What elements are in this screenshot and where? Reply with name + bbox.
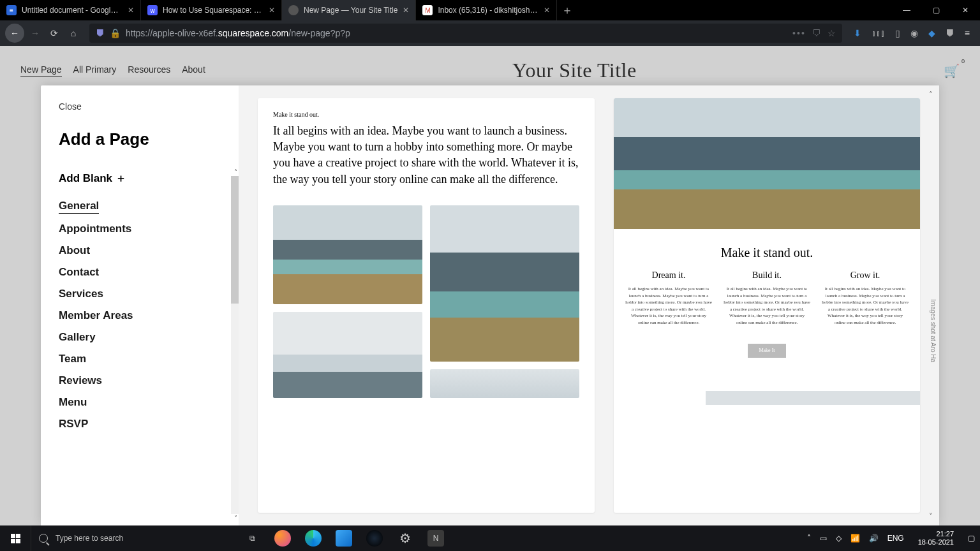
category-list: GeneralAppointmentsAboutContactServicesM… <box>59 200 221 430</box>
close-icon[interactable]: ✕ <box>128 6 134 15</box>
extension-shield-icon[interactable]: ⛊ <box>946 28 954 38</box>
lock-icon: 🔒 <box>110 28 121 38</box>
browser-toolbar: ← → ⟳ ⌂ ⛊ 🔒 https://apple-olive-x6ef.squ… <box>0 20 980 46</box>
template-columns: Dream it. It all begins with an idea. Ma… <box>614 270 920 326</box>
category-appointments[interactable]: Appointments <box>59 223 221 235</box>
browser-tabs: ≡ Untitled document - Google Docs ✕ w Ho… <box>0 0 892 20</box>
column-text: It all begins with an idea. Maybe you wa… <box>625 286 712 326</box>
nav-link[interactable]: Resources <box>128 64 170 77</box>
taskbar-search[interactable]: Type here to search <box>31 525 230 551</box>
chevron-down-icon[interactable]: ˅ <box>234 515 237 522</box>
nav-link[interactable]: New Page <box>20 64 62 77</box>
tab-title: How to Use Squarespace: 11 Ea <box>163 6 264 15</box>
date: 18-05-2021 <box>918 538 954 547</box>
language-indicator[interactable]: ENG <box>887 534 904 543</box>
protection-icon[interactable]: ⛉ <box>812 28 821 38</box>
chevron-up-icon[interactable]: ˄ <box>929 91 933 99</box>
tab-squarespace-guide[interactable]: w How to Use Squarespace: 11 Ea ✕ <box>141 0 282 20</box>
cart-icon[interactable]: 🛒0 <box>944 63 960 78</box>
site-icon <box>288 5 299 15</box>
sidebar-icon[interactable]: ▯ <box>895 28 900 38</box>
close-icon[interactable]: ✕ <box>544 6 550 15</box>
category-services[interactable]: Services <box>59 288 221 300</box>
tab-title: Inbox (65,316) - dikshitjoshi@g <box>438 6 538 15</box>
firefox-app[interactable] <box>267 525 298 551</box>
system-tray: ˄ ▭ ◇ 📶 🔊 ENG 21:27 18-05-2021 ▢ <box>802 530 980 547</box>
image-credit: Images shot at Aro Ha <box>930 299 937 362</box>
category-rsvp[interactable]: RSVP <box>59 418 221 430</box>
shield-icon: ⛊ <box>96 28 105 38</box>
address-bar[interactable]: ⛊ 🔒 https://apple-olive-x6ef.squarespace… <box>89 24 842 43</box>
account-icon[interactable]: ◉ <box>910 28 918 38</box>
url-prefix: https://apple-olive-x6ef. <box>126 28 218 38</box>
app-icon[interactable] <box>329 525 359 551</box>
page-content: New Page All Primary Resources About You… <box>0 46 980 525</box>
extension-icon[interactable]: ◆ <box>928 28 935 38</box>
category-reviews[interactable]: Reviews <box>59 374 221 387</box>
modal-title: Add a Page <box>59 129 221 149</box>
start-button[interactable] <box>0 534 31 543</box>
template-card-1[interactable]: Make it stand out. It all begins with an… <box>258 98 595 513</box>
close-icon[interactable]: ✕ <box>403 6 409 15</box>
tab-new-page[interactable]: New Page — Your Site Title ✕ <box>282 0 416 20</box>
sidebar-scrollbar[interactable] <box>231 176 239 514</box>
site-title: Your Site Title <box>205 59 944 82</box>
nav-link[interactable]: About <box>182 64 205 77</box>
close-window-button[interactable]: ✕ <box>951 0 980 20</box>
menu-icon[interactable]: ≡ <box>965 28 970 38</box>
template-column: Dream it. It all begins with an idea. Ma… <box>625 270 712 326</box>
window-controls: — ▢ ✕ <box>892 0 980 20</box>
close-button[interactable]: Close <box>59 101 82 112</box>
category-member-areas[interactable]: Member Areas <box>59 309 221 322</box>
category-about[interactable]: About <box>59 244 221 257</box>
category-team[interactable]: Team <box>59 353 221 365</box>
template-card-2[interactable]: Make it stand out. Dream it. It all begi… <box>614 98 920 513</box>
category-menu[interactable]: Menu <box>59 396 221 409</box>
edge-app[interactable] <box>298 525 329 551</box>
tab-gmail[interactable]: M Inbox (65,316) - dikshitjoshi@g ✕ <box>416 0 557 20</box>
volume-icon[interactable]: 🔊 <box>869 534 879 543</box>
column-text: It all begins with an idea. Maybe you wa… <box>724 286 810 326</box>
new-tab-button[interactable]: ＋ <box>557 0 577 20</box>
category-contact[interactable]: Contact <box>59 266 221 279</box>
template-title: Make it stand out. <box>614 246 920 260</box>
scrollbar-thumb[interactable] <box>231 176 239 304</box>
library-icon[interactable]: ⫾⫾⫿ <box>872 28 885 38</box>
home-button[interactable]: ⌂ <box>64 24 83 43</box>
close-icon[interactable]: ✕ <box>269 6 275 15</box>
tab-google-docs[interactable]: ≡ Untitled document - Google Docs ✕ <box>0 0 141 20</box>
task-view-button[interactable]: ⧉ <box>237 525 267 551</box>
chevron-down-icon[interactable]: ˅ <box>929 512 933 520</box>
network-icon[interactable]: ◇ <box>836 534 842 543</box>
back-button[interactable]: ← <box>5 24 24 43</box>
category-gallery[interactable]: Gallery <box>59 331 221 344</box>
url-host: squarespace.com <box>218 28 289 38</box>
reload-button[interactable]: ⟳ <box>45 24 64 43</box>
placeholder-image <box>614 98 920 229</box>
chevron-up-icon[interactable]: ˄ <box>234 168 237 175</box>
column-title: Dream it. <box>625 270 712 281</box>
windows-icon <box>11 534 20 543</box>
add-blank-button[interactable]: Add Blank ＋ <box>59 171 221 186</box>
category-general[interactable]: General <box>59 200 99 214</box>
page-actions-icon[interactable]: ••• <box>792 28 806 38</box>
window-titlebar: ≡ Untitled document - Google Docs ✕ w Ho… <box>0 0 980 20</box>
clock[interactable]: 21:27 18-05-2021 <box>913 530 959 547</box>
chevron-up-icon[interactable]: ˄ <box>807 534 811 543</box>
site-nav: New Page All Primary Resources About <box>20 64 205 77</box>
maximize-button[interactable]: ▢ <box>921 0 951 20</box>
column-title: Build it. <box>724 270 810 281</box>
notifications-icon[interactable]: ▢ <box>968 534 975 543</box>
bookmark-icon[interactable]: ☆ <box>828 28 836 38</box>
downloads-icon[interactable]: ⬇ <box>854 28 861 38</box>
steam-app[interactable] <box>359 525 390 551</box>
column-text: It all begins with an idea. Maybe you wa… <box>822 286 909 326</box>
minimize-button[interactable]: — <box>892 0 921 20</box>
forward-button[interactable]: → <box>26 24 45 43</box>
wifi-icon[interactable]: 📶 <box>850 534 860 543</box>
app-icon[interactable]: N <box>420 525 451 551</box>
template-lead: It all begins with an idea. Maybe you wa… <box>273 123 579 187</box>
settings-app[interactable]: ⚙ <box>390 525 420 551</box>
battery-icon[interactable]: ▭ <box>820 534 827 543</box>
nav-link[interactable]: All Primary <box>73 64 117 77</box>
